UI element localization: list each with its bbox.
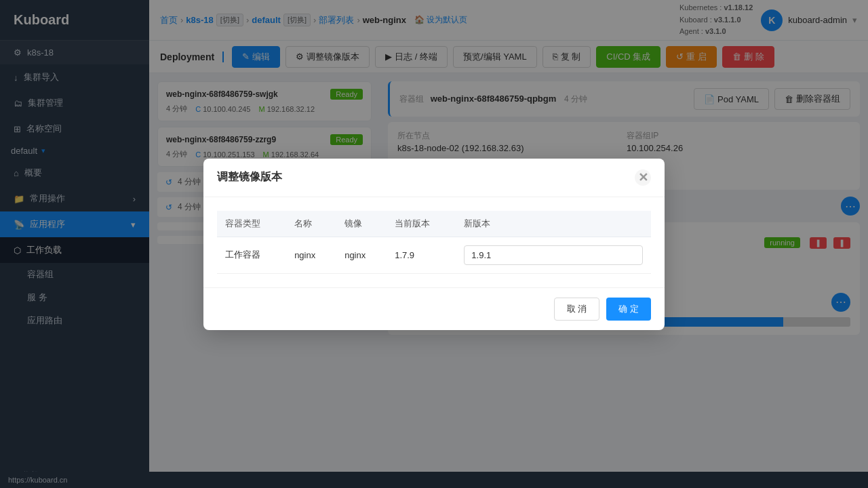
table-header-image: 镜像 <box>336 211 387 237</box>
modal: 调整镜像版本 ✕ 容器类型 名称 镜像 当前版本 新版本 工作容器 <box>203 159 665 330</box>
row-current-version: 1.7.9 <box>387 237 456 273</box>
modal-table: 容器类型 名称 镜像 当前版本 新版本 工作容器 nginx nginx 1.7… <box>217 211 651 274</box>
confirm-button[interactable]: 确 定 <box>606 298 651 321</box>
modal-close-button[interactable]: ✕ <box>635 169 651 186</box>
modal-title: 调整镜像版本 <box>217 170 282 184</box>
modal-header: 调整镜像版本 ✕ <box>203 159 665 197</box>
cancel-button[interactable]: 取 消 <box>554 298 600 321</box>
modal-overlay[interactable]: 调整镜像版本 ✕ 容器类型 名称 镜像 当前版本 新版本 工作容器 <box>0 0 868 488</box>
modal-footer: 取 消 确 定 <box>203 287 665 330</box>
table-row: 工作容器 nginx nginx 1.7.9 <box>217 237 651 273</box>
table-header-name: 名称 <box>286 211 336 237</box>
table-header-current: 当前版本 <box>387 211 456 237</box>
table-header-new: 新版本 <box>456 211 651 237</box>
row-image: nginx <box>336 237 387 273</box>
row-name: nginx <box>286 237 336 273</box>
row-new-version-cell <box>456 237 651 273</box>
modal-body: 容器类型 名称 镜像 当前版本 新版本 工作容器 nginx nginx 1.7… <box>203 197 665 287</box>
new-version-input[interactable] <box>464 245 643 265</box>
row-type: 工作容器 <box>217 237 286 273</box>
table-header-type: 容器类型 <box>217 211 286 237</box>
